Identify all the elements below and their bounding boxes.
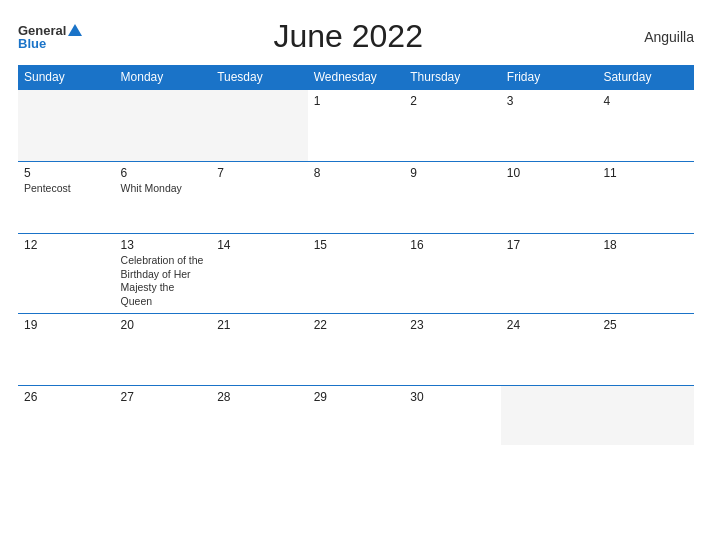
day-number: 13: [121, 238, 206, 252]
day-number: 20: [121, 318, 206, 332]
weekday-header-row: SundayMondayTuesdayWednesdayThursdayFrid…: [18, 65, 694, 90]
day-cell-empty: [115, 90, 212, 162]
logo: General Blue: [18, 24, 82, 50]
weekday-header-wednesday: Wednesday: [308, 65, 405, 90]
day-number: 26: [24, 390, 109, 404]
day-cell-21: 21: [211, 313, 308, 385]
week-row-4: 2627282930: [18, 385, 694, 445]
day-number: 8: [314, 166, 399, 180]
day-cell-5: 5Pentecost: [18, 162, 115, 234]
day-number: 6: [121, 166, 206, 180]
day-number: 18: [603, 238, 688, 252]
day-cell-26: 26: [18, 385, 115, 445]
calendar-page: General Blue June 2022 Anguilla SundayMo…: [0, 0, 712, 550]
day-cell-11: 11: [597, 162, 694, 234]
region-label: Anguilla: [614, 29, 694, 45]
day-cell-16: 16: [404, 234, 501, 314]
day-number: 25: [603, 318, 688, 332]
day-cell-25: 25: [597, 313, 694, 385]
day-number: 29: [314, 390, 399, 404]
event-label: Whit Monday: [121, 182, 206, 196]
logo-general-text: General: [18, 24, 66, 37]
day-cell-4: 4: [597, 90, 694, 162]
weekday-header-friday: Friday: [501, 65, 598, 90]
day-number: 19: [24, 318, 109, 332]
day-cell-empty: [211, 90, 308, 162]
day-cell-9: 9: [404, 162, 501, 234]
event-label: Pentecost: [24, 182, 109, 196]
weekday-header-monday: Monday: [115, 65, 212, 90]
day-cell-empty: [18, 90, 115, 162]
day-cell-23: 23: [404, 313, 501, 385]
day-number: 28: [217, 390, 302, 404]
weekday-header-tuesday: Tuesday: [211, 65, 308, 90]
day-cell-22: 22: [308, 313, 405, 385]
logo-triangle-icon: [68, 24, 82, 36]
day-cell-13: 13Celebration of the Birthday of Her Maj…: [115, 234, 212, 314]
day-number: 16: [410, 238, 495, 252]
week-row-2: 1213Celebration of the Birthday of Her M…: [18, 234, 694, 314]
day-number: 1: [314, 94, 399, 108]
day-cell-30: 30: [404, 385, 501, 445]
day-cell-28: 28: [211, 385, 308, 445]
day-cell-17: 17: [501, 234, 598, 314]
event-label: Celebration of the Birthday of Her Majes…: [121, 254, 206, 309]
day-cell-empty: [501, 385, 598, 445]
day-number: 4: [603, 94, 688, 108]
day-number: 12: [24, 238, 109, 252]
day-cell-15: 15: [308, 234, 405, 314]
day-number: 21: [217, 318, 302, 332]
day-cell-1: 1: [308, 90, 405, 162]
weekday-header-thursday: Thursday: [404, 65, 501, 90]
day-cell-2: 2: [404, 90, 501, 162]
day-cell-12: 12: [18, 234, 115, 314]
day-cell-27: 27: [115, 385, 212, 445]
week-row-0: 1234: [18, 90, 694, 162]
day-number: 15: [314, 238, 399, 252]
day-number: 17: [507, 238, 592, 252]
header: General Blue June 2022 Anguilla: [18, 18, 694, 55]
day-cell-20: 20: [115, 313, 212, 385]
week-row-3: 19202122232425: [18, 313, 694, 385]
day-cell-6: 6Whit Monday: [115, 162, 212, 234]
day-cell-29: 29: [308, 385, 405, 445]
week-row-1: 5Pentecost6Whit Monday7891011: [18, 162, 694, 234]
day-cell-empty: [597, 385, 694, 445]
day-number: 27: [121, 390, 206, 404]
day-cell-19: 19: [18, 313, 115, 385]
day-number: 7: [217, 166, 302, 180]
logo-blue-text: Blue: [18, 37, 46, 50]
day-number: 23: [410, 318, 495, 332]
month-title: June 2022: [82, 18, 614, 55]
day-cell-10: 10: [501, 162, 598, 234]
day-number: 2: [410, 94, 495, 108]
day-number: 30: [410, 390, 495, 404]
calendar-table: SundayMondayTuesdayWednesdayThursdayFrid…: [18, 65, 694, 445]
day-number: 5: [24, 166, 109, 180]
day-number: 14: [217, 238, 302, 252]
day-number: 3: [507, 94, 592, 108]
day-cell-3: 3: [501, 90, 598, 162]
day-number: 11: [603, 166, 688, 180]
day-cell-8: 8: [308, 162, 405, 234]
day-cell-7: 7: [211, 162, 308, 234]
day-number: 10: [507, 166, 592, 180]
day-cell-18: 18: [597, 234, 694, 314]
day-cell-24: 24: [501, 313, 598, 385]
day-number: 24: [507, 318, 592, 332]
day-number: 22: [314, 318, 399, 332]
day-cell-14: 14: [211, 234, 308, 314]
day-number: 9: [410, 166, 495, 180]
weekday-header-sunday: Sunday: [18, 65, 115, 90]
weekday-header-saturday: Saturday: [597, 65, 694, 90]
